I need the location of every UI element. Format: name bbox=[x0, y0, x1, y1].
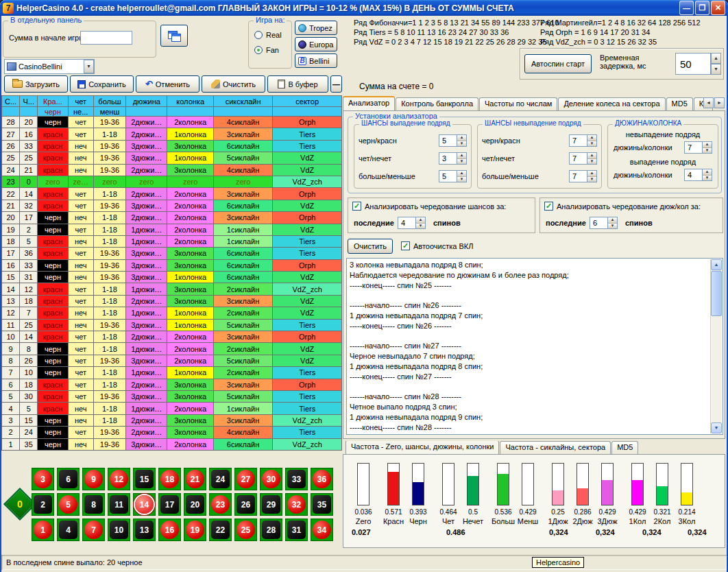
casino-button-tropez[interactable]: Tropez bbox=[295, 21, 337, 35]
minimize-button[interactable]: — bbox=[679, 1, 694, 15]
spinner-down-icon[interactable]: ▼ bbox=[587, 159, 596, 165]
spinner-up-icon[interactable]: ▲ bbox=[587, 135, 596, 141]
undo-button[interactable]: ↶Отменить bbox=[136, 75, 199, 93]
clear-button[interactable]: Очистить bbox=[202, 75, 265, 93]
chances-hit-spinner-value[interactable]: 5 bbox=[439, 134, 457, 147]
chances-hit-spinner-value[interactable]: 5 bbox=[439, 170, 457, 182]
board-number-19[interactable]: 19 bbox=[184, 519, 206, 541]
save-button[interactable]: Сохранить bbox=[70, 75, 134, 93]
spinner-down-icon[interactable]: ▼ bbox=[703, 148, 712, 154]
scrollbar-thumb[interactable] bbox=[711, 271, 722, 316]
spinner-up-icon[interactable]: ▲ bbox=[587, 171, 596, 177]
spinner-up-icon[interactable]: ▲ bbox=[587, 153, 596, 159]
board-number-2[interactable]: 2 bbox=[32, 493, 54, 516]
board-number-17[interactable]: 17 bbox=[158, 493, 181, 516]
board-number-35[interactable]: 35 bbox=[311, 493, 333, 516]
spinner-down-icon[interactable]: ▼ bbox=[416, 224, 425, 229]
spinner-down-icon[interactable]: ▼ bbox=[457, 159, 466, 165]
spinner-up-icon[interactable]: ▲ bbox=[457, 135, 466, 141]
tab-analyzer-3[interactable]: Деление колеса на сектора bbox=[558, 97, 665, 110]
spinner-down-icon[interactable]: ▼ bbox=[587, 177, 596, 182]
board-number-27[interactable]: 27 bbox=[234, 468, 257, 490]
spinner-down-icon[interactable]: ▼ bbox=[457, 177, 466, 182]
scroll-down-icon[interactable]: ▼ bbox=[711, 422, 722, 433]
board-number-6[interactable]: 6 bbox=[57, 468, 80, 490]
close-button[interactable]: ✕ bbox=[711, 1, 725, 15]
board-number-20[interactable]: 20 bbox=[184, 493, 206, 516]
delay-input[interactable]: 50 bbox=[675, 53, 711, 75]
collapse-button[interactable]: — bbox=[330, 75, 342, 93]
board-number-11[interactable]: 11 bbox=[108, 493, 130, 516]
autoclear-checkbox[interactable]: ✓ bbox=[401, 241, 410, 250]
chances-miss-spinner-value[interactable]: 7 bbox=[569, 152, 587, 165]
spinner-up-icon[interactable]: ▲ bbox=[416, 217, 425, 224]
board-number-23[interactable]: 23 bbox=[209, 493, 232, 516]
delay-down-button[interactable]: ▼ bbox=[711, 64, 721, 75]
radio-fan[interactable] bbox=[254, 46, 263, 54]
spinner-up-icon[interactable]: ▲ bbox=[457, 171, 466, 177]
alternation-chances-checkbox[interactable]: ✓ bbox=[352, 202, 361, 211]
detach-panel-button[interactable] bbox=[160, 25, 188, 47]
tab-analyzer-0[interactable]: Анализатор bbox=[343, 96, 395, 110]
analyzer-log[interactable]: 3 колонка невыпадала подряд 8 спин; Набл… bbox=[346, 258, 723, 435]
start-sum-input[interactable] bbox=[80, 31, 132, 45]
board-number-18[interactable]: 18 bbox=[158, 468, 181, 490]
board-number-8[interactable]: 8 bbox=[82, 493, 105, 516]
alternation-dozens-spinner-value[interactable]: 6 bbox=[590, 217, 607, 229]
chances-hit-spinner-value[interactable]: 3 bbox=[439, 152, 457, 165]
board-number-3[interactable]: 3 bbox=[32, 468, 54, 490]
board-number-36[interactable]: 36 bbox=[311, 468, 333, 490]
tab-frequency-2[interactable]: MD5 bbox=[611, 441, 638, 454]
board-number-32[interactable]: 32 bbox=[285, 493, 308, 516]
board-number-12[interactable]: 12 bbox=[108, 468, 130, 490]
spinner-up-icon[interactable]: ▲ bbox=[608, 217, 617, 224]
board-number-25[interactable]: 25 bbox=[234, 519, 257, 541]
spinner-up-icon[interactable]: ▲ bbox=[703, 169, 712, 176]
load-button[interactable]: Загрузить bbox=[4, 75, 68, 93]
game-mode-option[interactable]: Fan bbox=[254, 46, 279, 54]
delay-up-button[interactable]: ▲ bbox=[711, 53, 721, 64]
chevron-down-icon[interactable]: ▼ bbox=[84, 60, 94, 73]
board-number-29[interactable]: 29 bbox=[260, 493, 282, 516]
tab-analyzer-2[interactable]: Частоты по числам bbox=[479, 97, 557, 110]
chances-miss-spinner-value[interactable]: 7 bbox=[569, 170, 587, 182]
maximize-button[interactable]: ❐ bbox=[695, 1, 709, 15]
board-number-33[interactable]: 33 bbox=[285, 468, 308, 490]
board-number-31[interactable]: 31 bbox=[285, 519, 308, 541]
spinner-down-icon[interactable]: ▼ bbox=[608, 224, 617, 229]
spinner-down-icon[interactable]: ▼ bbox=[703, 176, 712, 181]
board-number-26[interactable]: 26 bbox=[234, 493, 257, 516]
board-number-22[interactable]: 22 bbox=[209, 519, 232, 541]
board-number-21[interactable]: 21 bbox=[184, 468, 206, 490]
board-number-30[interactable]: 30 bbox=[260, 468, 282, 490]
board-number-34[interactable]: 34 bbox=[311, 519, 333, 541]
alternation-dozens-checkbox[interactable]: ✓ bbox=[544, 202, 553, 211]
board-number-24[interactable]: 24 bbox=[209, 468, 232, 490]
spinner-up-icon[interactable]: ▲ bbox=[703, 142, 712, 148]
dozen-miss-spinner-value[interactable]: 7 bbox=[684, 141, 702, 154]
board-number-13[interactable]: 13 bbox=[133, 519, 156, 541]
scroll-up-icon[interactable]: ▲ bbox=[711, 259, 722, 270]
clear-log-button[interactable]: Очистить bbox=[348, 239, 393, 254]
tab-analyzer-4[interactable]: MD5 bbox=[666, 97, 693, 110]
tab-scroll-left-icon[interactable]: ◄ bbox=[703, 97, 714, 108]
board-number-15[interactable]: 15 bbox=[133, 468, 156, 490]
board-number-7[interactable]: 7 bbox=[82, 519, 105, 541]
tab-scroll-right-icon[interactable]: ► bbox=[714, 97, 725, 108]
tab-frequency-0[interactable]: Частота - Zero, шансы, дюжины, колонки bbox=[345, 441, 499, 454]
casino-select[interactable]: CasinoBellini ▼ bbox=[4, 59, 95, 74]
board-number-9[interactable]: 9 bbox=[82, 468, 105, 490]
tab-frequency-1[interactable]: Частота - сиклайны, сектора bbox=[500, 441, 611, 454]
spinner-down-icon[interactable]: ▼ bbox=[457, 141, 466, 147]
casino-button-europa[interactable]: Europa bbox=[295, 37, 337, 51]
radio-real[interactable] bbox=[254, 31, 263, 39]
board-number-14[interactable]: 14 bbox=[133, 493, 156, 516]
board-number-16[interactable]: 16 bbox=[158, 519, 181, 541]
autospin-start-button[interactable]: Автоспин старт bbox=[524, 54, 592, 73]
to-buffer-button[interactable]: В буфер bbox=[267, 75, 328, 93]
board-number-4[interactable]: 4 bbox=[57, 519, 80, 541]
alternation-chances-spinner-value[interactable]: 4 bbox=[398, 217, 415, 229]
tab-analyzer-1[interactable]: Контроль банкролла bbox=[396, 97, 478, 110]
board-number-5[interactable]: 5 bbox=[57, 493, 80, 516]
game-mode-option[interactable]: Real bbox=[254, 31, 282, 39]
